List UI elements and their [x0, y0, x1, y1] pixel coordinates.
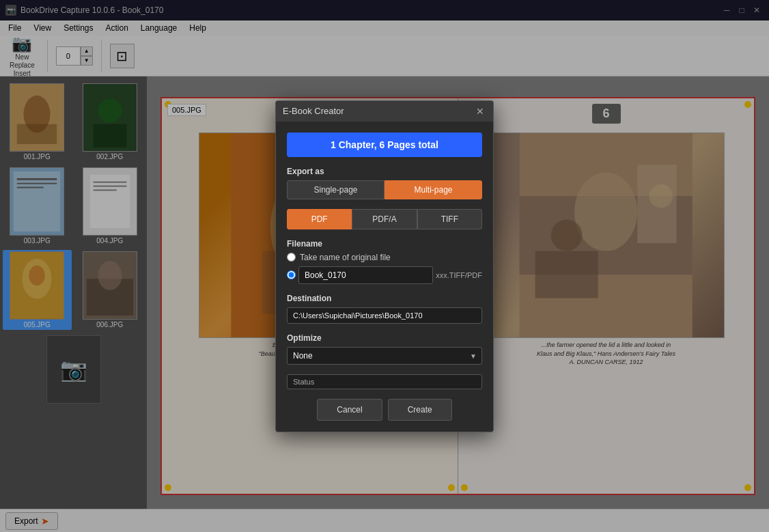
radio-original-row: Take name of original file — [287, 253, 482, 262]
ebook-creator-dialog: E-Book Creator ✕ 1 Chapter, 6 Pages tota… — [275, 100, 494, 432]
single-page-button[interactable]: Single-page — [287, 180, 384, 199]
format-row: PDF PDF/A TIFF — [287, 209, 482, 229]
page-mode-toggle: Single-page Multi-page — [287, 180, 482, 199]
status-bar: Status — [287, 374, 482, 389]
dialog-title: E-Book Creator — [283, 106, 344, 116]
optimize-label: Optimize — [287, 333, 482, 343]
export-as-label: Export as — [287, 167, 482, 176]
chapter-info-button[interactable]: 1 Chapter, 6 Pages total — [287, 132, 482, 157]
dialog-close-button[interactable]: ✕ — [474, 105, 486, 117]
filename-input-field[interactable] — [298, 266, 433, 284]
tiff-format-button[interactable]: TIFF — [417, 209, 482, 229]
filename-suffix: xxx.TIFF/PDF — [436, 271, 482, 279]
export-as-section: Export as Single-page Multi-page — [287, 167, 482, 199]
dialog-button-row: Cancel Create — [287, 399, 482, 421]
pdf-format-button[interactable]: PDF — [287, 209, 352, 229]
multi-page-button[interactable]: Multi-page — [384, 180, 482, 199]
dialog-title-bar: E-Book Creator ✕ — [276, 101, 493, 122]
optimize-select-wrapper: None Low Medium High ▼ — [287, 347, 482, 365]
create-button[interactable]: Create — [388, 399, 452, 421]
modal-overlay: E-Book Creator ✕ 1 Chapter, 6 Pages tota… — [0, 0, 769, 532]
radio-original-file[interactable] — [287, 253, 296, 262]
filename-section: Filename Take name of original file xxx.… — [287, 239, 482, 284]
destination-label: Destination — [287, 294, 482, 303]
optimize-select[interactable]: None Low Medium High — [287, 347, 482, 365]
dialog-body: 1 Chapter, 6 Pages total Export as Singl… — [276, 122, 493, 432]
pdfa-format-button[interactable]: PDF/A — [352, 209, 417, 229]
filename-input-row: xxx.TIFF/PDF — [287, 266, 482, 284]
radio-original-label: Take name of original file — [300, 253, 391, 262]
cancel-button[interactable]: Cancel — [317, 399, 382, 421]
destination-input[interactable] — [287, 307, 482, 324]
radio-custom-filename[interactable] — [287, 270, 296, 279]
destination-section: Destination — [287, 294, 482, 324]
filename-label: Filename — [287, 239, 482, 249]
optimize-section: Optimize None Low Medium High ▼ — [287, 333, 482, 365]
